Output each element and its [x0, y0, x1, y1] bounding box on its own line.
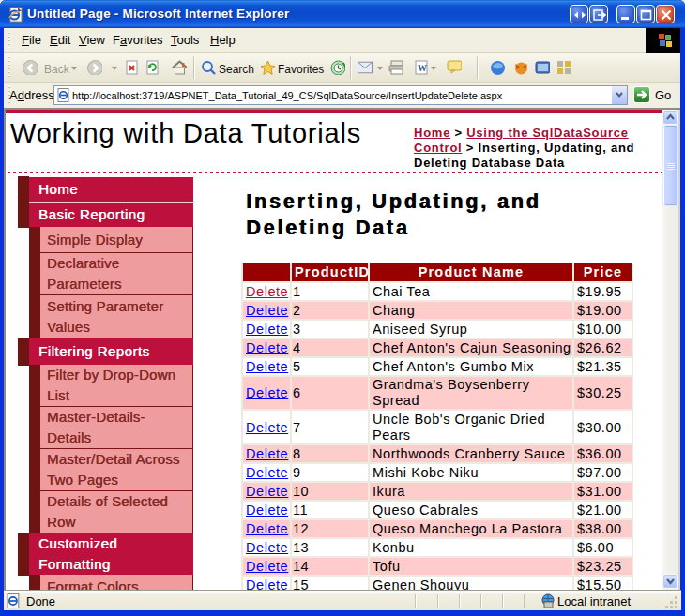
- svg-text:W: W: [418, 63, 427, 73]
